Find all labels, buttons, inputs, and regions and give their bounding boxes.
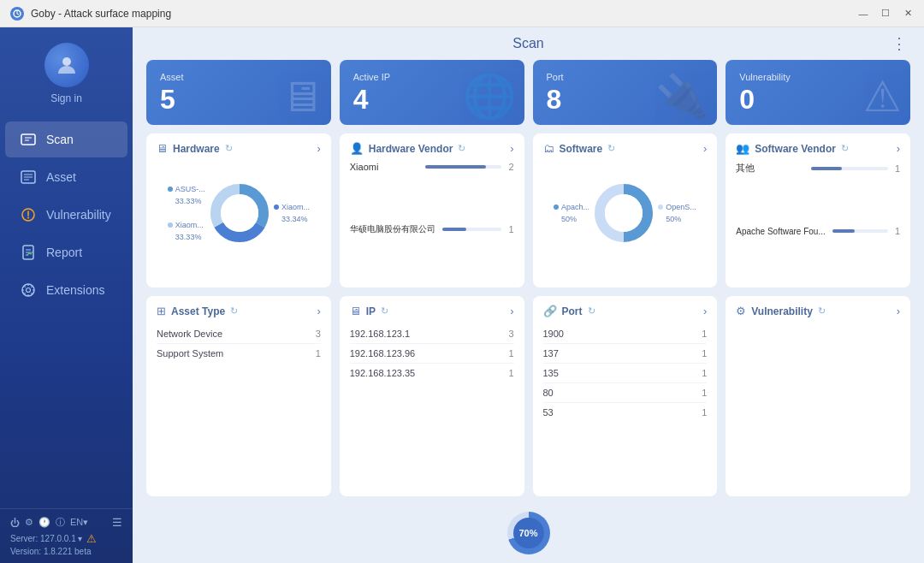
port-refresh-icon[interactable]: ↻ [588, 305, 595, 317]
sidebar-label-extensions: Extensions [46, 283, 104, 297]
ip-widget-title: IP [366, 305, 376, 317]
sidebar-item-scan[interactable]: Scan [5, 121, 127, 157]
vulnerability-widget-header: ⚙ Vulnerability ↻ › [736, 305, 900, 317]
vulnerability-arrow-icon[interactable]: › [897, 305, 900, 317]
hv-count-asus: 1 [508, 224, 513, 234]
ip-list: 192.168.123.1 3 192.168.123.96 1 192.168… [350, 324, 514, 382]
hardware-widget: 🖥 Hardware ↻ › ASUS-... 33.33% [146, 133, 331, 287]
ip-widget-icon: 🖥 [350, 305, 361, 317]
list-item: 192.168.123.96 1 [350, 344, 514, 364]
hv-name-xiaomi: Xiaomi [350, 162, 418, 172]
ip-refresh-icon[interactable]: ↻ [381, 305, 388, 317]
list-item: 137 1 [543, 344, 708, 364]
stat-value-vulnerability: 0 [739, 86, 755, 113]
hardware-vendor-arrow-icon[interactable]: › [510, 142, 513, 155]
progress-circle[interactable]: 70% [507, 512, 550, 554]
sidebar-item-asset[interactable]: Asset [5, 159, 127, 195]
ip-count-0: 3 [508, 329, 513, 339]
asset-type-refresh-icon[interactable]: ↻ [230, 305, 238, 317]
clock-icon[interactable]: 🕐 [38, 517, 50, 528]
hardware-vendor-title: Hardware Vendor [369, 143, 453, 155]
software-vendor-arrow-icon[interactable]: › [897, 142, 900, 155]
asset-type-header: ⊞ Asset Type ↻ › [157, 305, 321, 317]
ip-arrow-icon[interactable]: › [510, 305, 513, 317]
software-vendor-list: 其他 1 Apache Software Fou... 1 [736, 162, 900, 236]
stat-label-port: Port [547, 72, 564, 82]
software-donut-left-labels: Apach... 50% [554, 203, 589, 223]
hardware-arrow-icon[interactable]: › [317, 142, 320, 155]
vulnerability-refresh-icon[interactable]: ↻ [818, 305, 826, 317]
minimize-button[interactable]: — [857, 8, 869, 20]
ip-widget: 🖥 IP ↻ › 192.168.123.1 3 192.168.123.96 … [340, 296, 524, 496]
version-info: Version: 1.8.221 beta [10, 547, 122, 556]
vulnerability-widget: ⚙ Vulnerability ↻ › [726, 296, 910, 496]
context-menu-button[interactable]: ⋮ [891, 34, 907, 53]
avatar[interactable] [44, 43, 89, 87]
port-arrow-icon[interactable]: › [703, 305, 707, 317]
sv-count-other: 1 [895, 163, 900, 174]
port-count-3: 1 [702, 388, 707, 398]
software-vendor-title: Software Vendor [755, 143, 836, 155]
extensions-icon [19, 281, 38, 299]
software-arrow-icon[interactable]: › [703, 142, 707, 155]
sv-item-other: 其他 1 [736, 162, 900, 175]
svg-point-7 [27, 288, 31, 293]
sidebar-label-report: Report [46, 246, 82, 259]
asset-type-name-1: Support System [157, 348, 223, 359]
asset-type-title: Asset Type [171, 305, 225, 317]
donut-label-asus: ASUS-... [168, 185, 205, 193]
port-widget-header: 🔗 Port ↻ › [543, 305, 708, 317]
vulnerability-icon [19, 205, 38, 224]
maximize-button[interactable]: ☐ [880, 8, 891, 20]
ip-name-0: 192.168.123.1 [350, 329, 410, 339]
donut-pct-xiaomi2: 33.33% [168, 233, 205, 241]
power-icon[interactable]: ⏻ [10, 518, 20, 528]
asset-type-widget: ⊞ Asset Type ↻ › Network Device 3 Suppor… [146, 296, 331, 496]
footer-icons: ⏻ ⚙ 🕐 ⓘ EN▾ ☰ [10, 516, 122, 529]
sv-item-apache: Apache Software Fou... 1 [736, 226, 900, 236]
main-content: Scan ⋮ Asset 5 🖥 Active IP 4 🌐 Port 8 🔌 … [133, 27, 924, 563]
hardware-refresh-icon[interactable]: ↻ [225, 143, 233, 154]
list-item: 53 1 [543, 403, 708, 422]
software-label-opens: OpenS... [658, 203, 696, 211]
asset-type-arrow-icon[interactable]: › [317, 305, 320, 317]
list-item: 1900 1 [543, 324, 708, 344]
port-name-3: 80 [543, 388, 554, 398]
app-icon [10, 7, 24, 21]
software-vendor-refresh-icon[interactable]: ↻ [841, 143, 849, 154]
close-button[interactable]: ✕ [902, 8, 914, 20]
stat-label-asset: Asset [160, 72, 184, 82]
software-refresh-icon[interactable]: ↻ [607, 143, 615, 154]
info-icon[interactable]: ⓘ [56, 516, 65, 529]
hardware-vendor-refresh-icon[interactable]: ↻ [458, 143, 465, 154]
hardware-vendor-widget: 👤 Hardware Vendor ↻ › Xiaomi 2 华硕电脑股份有限公… [340, 133, 524, 287]
stat-card-asset: Asset 5 🖥 [146, 60, 331, 125]
software-pct-apache: 50% [554, 215, 589, 223]
stat-value-activeip: 4 [353, 86, 369, 113]
sidebar-item-report[interactable]: Report [5, 234, 127, 270]
asset-type-list: Network Device 3 Support System 1 [157, 324, 321, 363]
stat-value-port: 8 [547, 86, 562, 113]
signin-label[interactable]: Sign in [50, 92, 82, 104]
port-name-0: 1900 [543, 329, 564, 339]
svg-point-1 [62, 57, 71, 66]
svg-point-6 [22, 284, 34, 296]
sidebar-label-vulnerability: Vulnerability [46, 208, 111, 222]
main-header: Scan ⋮ [133, 27, 924, 60]
sidebar-item-vulnerability[interactable]: Vulnerability [5, 197, 127, 233]
lang-select[interactable]: EN▾ [70, 517, 88, 528]
settings-icon[interactable]: ⚙ [25, 517, 33, 528]
software-vendor-widget: 👥 Software Vendor ↻ › 其他 1 Apache Softwa… [726, 133, 910, 287]
sidebar-item-extensions[interactable]: Extensions [5, 272, 127, 308]
page-title: Scan [512, 36, 543, 51]
ip-count-2: 1 [508, 368, 513, 378]
ip-count-1: 1 [508, 348, 513, 359]
hv-item-xiaomi: Xiaomi 2 [350, 162, 514, 172]
menu-lines-button[interactable]: ☰ [112, 516, 122, 529]
stats-row: Asset 5 🖥 Active IP 4 🌐 Port 8 🔌 Vulnera… [133, 60, 924, 133]
hardware-vendor-widget-header: 👤 Hardware Vendor ↻ › [350, 142, 514, 155]
svg-point-16 [605, 194, 643, 232]
port-count-4: 1 [702, 407, 707, 418]
software-pct-opens: 50% [658, 215, 696, 223]
hardware-vendor-icon: 👤 [350, 142, 364, 155]
